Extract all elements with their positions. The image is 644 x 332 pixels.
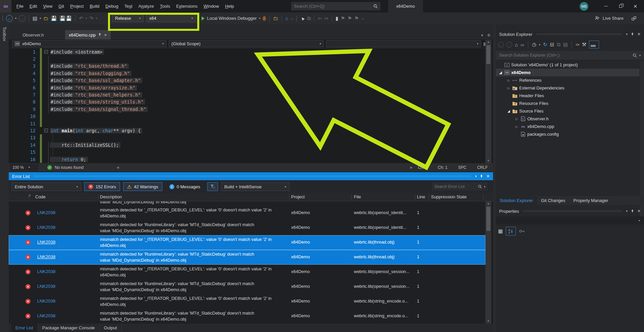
- feedback-icon[interactable]: [631, 16, 637, 21]
- menu-tools[interactable]: Tools: [157, 0, 173, 12]
- solution-explorer-scrollbar[interactable]: [640, 61, 644, 218]
- code-line[interactable]: 8#include "rtc_base/string_utils.h": [9, 98, 485, 106]
- search-options-dropdown-icon[interactable]: ▾: [639, 54, 641, 57]
- column-divider[interactable]: [483, 194, 483, 200]
- redo-icon[interactable]: ↷: [89, 15, 94, 21]
- bottom-tab-output[interactable]: Output: [100, 324, 122, 332]
- error-code-link[interactable]: LNK2038: [37, 313, 55, 318]
- bottom-tab-package-manager-console[interactable]: Package Manager Console: [38, 324, 100, 332]
- menu-edit[interactable]: Edit: [26, 0, 40, 12]
- toolbar-grip[interactable]: [296, 15, 298, 21]
- tree-item-solution-x64demo-1-of-1-project-[interactable]: ∞Solution 'x64Demo' (1 of 1 project): [496, 61, 639, 69]
- quick-search-box[interactable]: [291, 2, 380, 10]
- previous-bookmark-icon[interactable]: ⚑: [341, 15, 345, 21]
- search-options-dropdown-icon[interactable]: ▾: [484, 185, 485, 188]
- toolbox-side-tab[interactable]: Toolbox: [0, 24, 9, 332]
- error-code-link[interactable]: LNK2038: [37, 210, 55, 215]
- tree-item-header-files[interactable]: Header Files: [496, 92, 639, 99]
- menu-git[interactable]: Git: [55, 0, 67, 12]
- tree-item-observer-h[interactable]: ▷hObserver.h: [496, 115, 639, 123]
- collapse-all-icon[interactable]: ⊟: [550, 42, 554, 48]
- intellisense-filter-button[interactable]: [207, 182, 218, 191]
- error-row[interactable]: ✕LNK2038mismatch detected for '_ITERATOR…: [9, 206, 485, 220]
- navigate-forward-button[interactable]: →: [19, 15, 25, 22]
- solution-explorer-title-bar[interactable]: Solution Explorer ▾ ✕: [496, 30, 644, 38]
- tree-item-x64demo-cpp[interactable]: ▷++x64Demo.cpp: [496, 123, 639, 130]
- home-icon[interactable]: ⌂: [285, 15, 288, 21]
- find-in-files-icon[interactable]: 🗀: [273, 15, 278, 21]
- close-panel-icon[interactable]: ✕: [486, 174, 490, 179]
- menu-build[interactable]: Build: [87, 0, 102, 12]
- error-row[interactable]: ✕LNK2038mismatch detected for '_ITERATOR…: [9, 235, 485, 250]
- navigate-back-button[interactable]: ←: [6, 15, 13, 22]
- home-icon[interactable]: ⌂: [515, 42, 518, 48]
- tree-item-resource-files[interactable]: Resource Files: [496, 99, 639, 107]
- toolbar-grip[interactable]: [2, 15, 4, 21]
- column-divider[interactable]: [98, 194, 98, 200]
- code-line[interactable]: 13: [9, 134, 485, 141]
- collapsed-arrow-icon[interactable]: ▷: [506, 86, 512, 90]
- panel-splitter[interactable]: [493, 24, 496, 332]
- block-comment-icon[interactable]: ▮: [335, 15, 338, 21]
- forward-icon[interactable]: →: [506, 42, 512, 48]
- code-line[interactable]: 16 return 0;: [9, 156, 485, 163]
- next-bookmark-icon[interactable]: ⚑: [347, 15, 352, 21]
- code-line[interactable]: 10: [9, 113, 485, 120]
- copy-item-icon[interactable]: ⧉: [307, 15, 311, 21]
- tab-observer-h[interactable]: Observer.h: [19, 30, 48, 40]
- code-line[interactable]: 11: [9, 120, 485, 127]
- clear-bookmarks-icon[interactable]: ⚑: [354, 15, 359, 21]
- errors-filter-button[interactable]: ✕ 152 Errors: [84, 182, 120, 191]
- account-avatar[interactable]: MB: [580, 2, 588, 11]
- pending-changes-filter-icon[interactable]: ◷: [532, 42, 536, 48]
- toolbar-overflow-icon[interactable]: –: [361, 15, 364, 21]
- scroll-down-icon[interactable]: ▼: [485, 319, 491, 324]
- save-icon[interactable]: 💾: [51, 15, 57, 21]
- live-share-label[interactable]: Live Share: [603, 16, 624, 21]
- close-tab-icon[interactable]: ✕: [104, 33, 107, 37]
- alphabetical-sort-toggle[interactable]: AZ: [506, 227, 516, 236]
- column-header-file[interactable]: File: [354, 194, 361, 199]
- pin-icon[interactable]: [480, 175, 483, 178]
- scroll-down-icon[interactable]: ▼: [485, 158, 491, 163]
- error-code-link[interactable]: LNK2038: [37, 254, 55, 259]
- column-header-code[interactable]: Code: [35, 194, 46, 199]
- tree-item-x64demo[interactable]: ◢++x64Demo: [496, 69, 639, 76]
- error-list-title-bar[interactable]: Error List ▾ ✕: [9, 172, 493, 180]
- error-row[interactable]: ✕LNK2038mismatch detected for '_ITERATOR…: [9, 265, 485, 279]
- panel-tab-solution-explorer[interactable]: Solution Explorer: [496, 196, 537, 205]
- messages-filter-button[interactable]: i 0 Messages: [165, 182, 204, 191]
- back-icon[interactable]: ←: [498, 42, 504, 48]
- error-row[interactable]: ✕LNK2038mismatch detected for 'RuntimeLi…: [9, 220, 485, 235]
- menu-test[interactable]: Test: [121, 0, 136, 12]
- code-line[interactable]: 7#include "rtc_base/net_helpers.h": [9, 91, 485, 98]
- minimize-button[interactable]: [598, 0, 613, 12]
- collapsed-arrow-icon[interactable]: ▷: [506, 79, 512, 82]
- cursor-select-icon[interactable]: ▲: [299, 14, 306, 22]
- column-divider[interactable]: [29, 194, 29, 200]
- collapsed-arrow-icon[interactable]: ▷: [514, 117, 520, 121]
- properties-title-bar[interactable]: Properties ▾ ✕: [496, 207, 644, 215]
- filter-dropdown-icon[interactable]: ▾: [539, 43, 540, 46]
- column-divider[interactable]: [289, 194, 289, 200]
- properties-wrench-icon[interactable]: ⚒: [582, 42, 586, 48]
- show-all-files-icon[interactable]: ⧉: [557, 42, 560, 48]
- error-scope-dropdown[interactable]: Entire Solution▾: [11, 182, 81, 191]
- error-code-link[interactable]: LNK2038: [37, 225, 55, 230]
- hscroll-right-icon[interactable]: ▶: [410, 165, 413, 169]
- close-panel-icon[interactable]: ✕: [637, 32, 641, 37]
- solution-platform-dropdown[interactable]: x64▾: [146, 14, 196, 22]
- error-list-search-input[interactable]: [434, 184, 476, 189]
- menu-debug[interactable]: Debug: [102, 0, 121, 12]
- menu-window[interactable]: Window: [201, 0, 222, 12]
- column-header-suppression-state[interactable]: Suppression State: [431, 194, 467, 199]
- column-divider[interactable]: [352, 194, 352, 200]
- tree-item-references[interactable]: ▷▪–▪References: [496, 76, 639, 84]
- tab-x64demo-cpp[interactable]: x64Demo.cpp ✕: [65, 30, 111, 40]
- window-position-dropdown-icon[interactable]: ▾: [626, 32, 628, 36]
- editor-vertical-scrollbar[interactable]: ▲ ▼: [485, 40, 491, 163]
- error-list-search-box[interactable]: ▾: [432, 183, 488, 191]
- column-header-project[interactable]: Project: [291, 194, 305, 199]
- code-line[interactable]: 4#include "rtc_base/logging.h": [9, 70, 485, 77]
- quick-search-input[interactable]: [294, 4, 373, 9]
